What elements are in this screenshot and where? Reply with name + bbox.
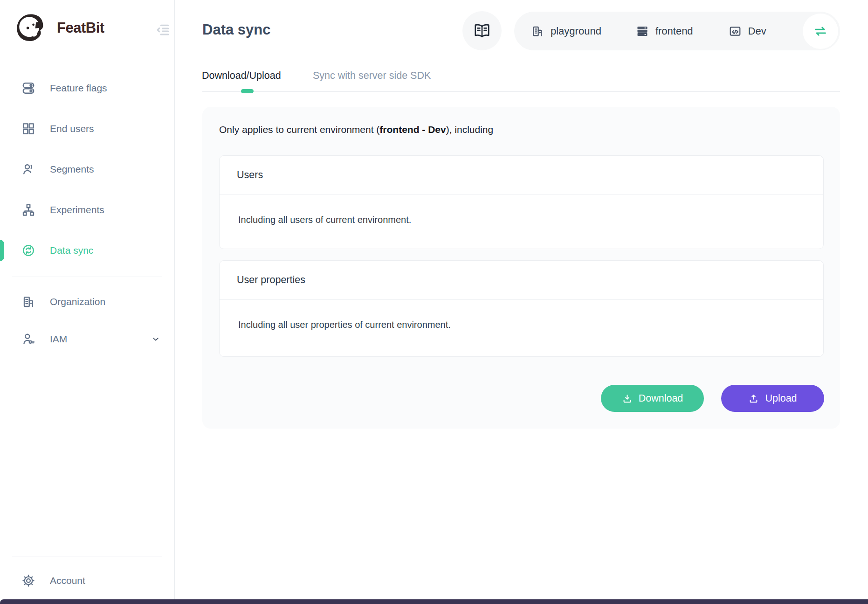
sidebar-item-label: Organization — [50, 296, 105, 307]
user-properties-card-title: User properties — [220, 261, 823, 300]
sidebar-item-account[interactable]: Account — [0, 562, 174, 599]
sidebar-item-label: IAM — [50, 333, 67, 345]
organization-building-icon — [21, 295, 35, 309]
users-card-title: Users — [220, 156, 823, 195]
brand-name: FeatBit — [57, 20, 104, 36]
download-button[interactable]: Download — [601, 385, 704, 412]
environment-selector[interactable]: Dev — [729, 25, 766, 38]
upload-button[interactable]: Upload — [721, 385, 824, 412]
sidebar-divider — [12, 277, 162, 277]
product-selector[interactable]: frontend — [636, 25, 693, 38]
server-stack-icon — [636, 25, 649, 38]
tabs-divider — [202, 91, 840, 92]
swap-arrows-icon — [813, 23, 828, 39]
download-upload-panel: Only applies to current environment (fro… — [202, 107, 840, 429]
code-window-icon — [729, 25, 742, 38]
sidebar-item-label: End users — [50, 123, 94, 134]
segments-user-icon — [21, 162, 35, 176]
building-icon — [531, 25, 544, 38]
project-selector[interactable]: playground — [531, 25, 601, 38]
main-content: Data sync playground — [175, 0, 868, 604]
featbit-app: FeatBit Feature flags — [0, 0, 868, 604]
sidebar-item-organization[interactable]: Organization — [0, 283, 174, 320]
users-card: Users Including all users of current env… — [219, 155, 824, 249]
environment-note: Only applies to current environment (fro… — [219, 124, 493, 135]
gear-icon — [21, 574, 35, 588]
sidebar-item-iam[interactable]: IAM — [0, 320, 174, 358]
iam-user-key-icon — [21, 332, 35, 346]
sidebar-item-label: Data sync — [50, 245, 93, 256]
upload-button-label: Upload — [765, 393, 797, 404]
sidebar-nav: Feature flags End users Segments — [0, 68, 174, 358]
product-label: frontend — [655, 25, 693, 37]
sidebar-item-end-users[interactable]: End users — [0, 108, 174, 149]
environment-label: Dev — [748, 25, 766, 37]
environment-note-highlight: frontend - Dev — [379, 124, 446, 135]
sidebar-item-label: Experiments — [50, 204, 104, 215]
page-title: Data sync — [202, 21, 270, 38]
user-properties-card-description: Including all user properties of current… — [220, 300, 823, 350]
brand-logo[interactable]: FeatBit — [11, 11, 104, 45]
sidebar-divider — [12, 556, 162, 556]
download-button-label: Download — [639, 393, 683, 404]
data-sync-icon — [21, 243, 35, 257]
upload-icon — [748, 393, 759, 404]
sidebar-item-experiments[interactable]: Experiments — [0, 189, 174, 230]
documentation-button[interactable] — [462, 11, 502, 50]
sidebar-item-label: Feature flags — [50, 83, 107, 94]
tab-download-upload[interactable]: Download/Upload — [202, 70, 281, 82]
project-label: playground — [551, 25, 601, 37]
featbit-panda-logo-icon — [11, 11, 50, 45]
tab-sync-server-sdk[interactable]: Sync with server side SDK — [313, 70, 431, 82]
scope-selector-bar: playground frontend — [514, 12, 840, 50]
bottom-widget-bar — [0, 599, 868, 604]
book-icon — [473, 22, 491, 40]
sidebar-footer: Account — [0, 556, 174, 599]
download-icon — [622, 393, 633, 404]
sidebar: FeatBit Feature flags — [0, 0, 175, 604]
sidebar-item-feature-flags[interactable]: Feature flags — [0, 68, 174, 108]
sidebar-item-label: Account — [50, 575, 85, 586]
switch-environment-button[interactable] — [803, 14, 838, 49]
experiments-sitemap-icon — [21, 203, 35, 217]
end-users-grid-icon — [21, 122, 35, 136]
feature-flags-toggles-icon — [21, 81, 35, 95]
sidebar-item-segments[interactable]: Segments — [0, 149, 174, 189]
collapse-sidebar-icon[interactable] — [152, 21, 172, 39]
user-properties-card: User properties Including all user prope… — [219, 260, 824, 357]
active-nav-indicator — [0, 240, 4, 261]
active-tab-indicator — [241, 89, 254, 93]
users-card-description: Including all users of current environme… — [220, 195, 823, 245]
sidebar-item-data-sync[interactable]: Data sync — [0, 230, 174, 271]
sidebar-item-label: Segments — [50, 164, 94, 175]
chevron-down-icon — [151, 334, 160, 344]
